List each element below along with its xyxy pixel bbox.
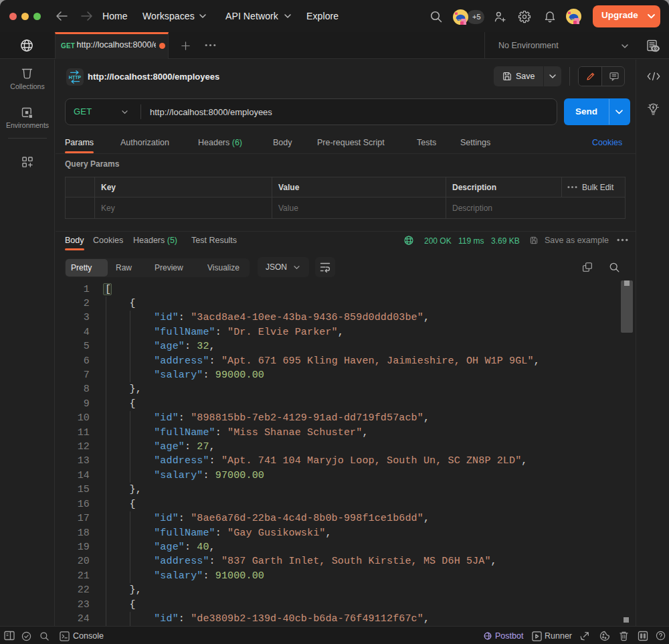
svg-text:HTTP: HTTP xyxy=(69,75,82,80)
